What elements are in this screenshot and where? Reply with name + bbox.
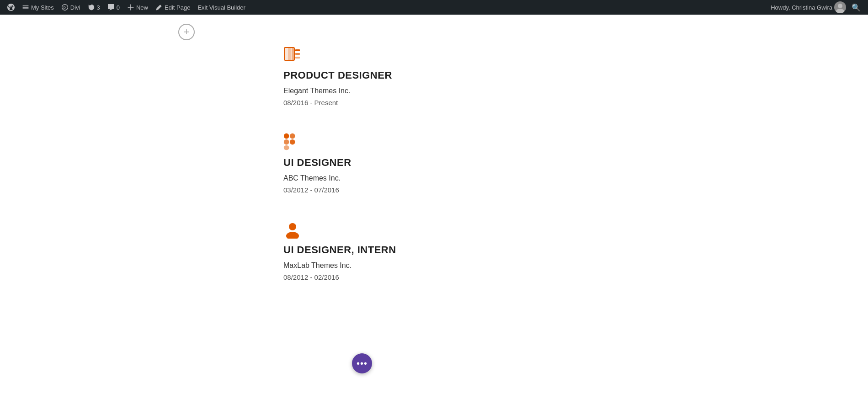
job-dates-3: 08/2012 - 02/2016	[283, 273, 339, 281]
svg-point-16	[289, 223, 296, 230]
job-entry-2: UI DESIGNER ABC Themes Inc. 03/2012 - 07…	[283, 133, 351, 208]
exit-visual-builder-menu[interactable]: Exit Visual Builder	[194, 0, 249, 15]
job-entry-1: PRODUCT DESIGNER Elegant Themes Inc. 08/…	[283, 46, 392, 120]
comments-menu[interactable]: 0	[104, 0, 123, 15]
add-content-button[interactable]: +	[178, 24, 195, 40]
job-title-2: UI DESIGNER	[283, 157, 351, 169]
svg-rect-7	[292, 48, 294, 60]
svg-rect-13	[284, 145, 289, 150]
divi-menu[interactable]: D Divi	[58, 0, 84, 15]
svg-point-3	[836, 9, 844, 13]
job-title-3: UI DESIGNER, INTERN	[283, 244, 396, 256]
job-entry-3: UI DESIGNER, INTERN MaxLab Themes Inc. 0…	[283, 220, 396, 295]
svg-point-17	[286, 232, 299, 239]
avatar	[834, 1, 846, 13]
job-company-3: MaxLab Themes Inc.	[283, 261, 351, 270]
exit-visual-builder-label: Exit Visual Builder	[197, 4, 245, 11]
dots-menu-button[interactable]: •••	[352, 353, 372, 373]
edit-page-menu[interactable]: Edit Page	[152, 0, 194, 15]
search-icon[interactable]: 🔍	[848, 3, 864, 12]
job-dates-2: 03/2012 - 07/2016	[283, 186, 339, 194]
updates-count: 3	[97, 4, 100, 11]
svg-rect-9	[295, 53, 300, 55]
palette-icon	[283, 46, 300, 62]
job-company-2: ABC Themes Inc.	[283, 174, 341, 182]
wp-logo[interactable]	[4, 0, 18, 15]
my-sites-menu[interactable]: My Sites	[18, 0, 58, 15]
figma-icon	[283, 133, 300, 149]
howdy-text: Howdy, Christina Gwira	[771, 4, 832, 11]
svg-rect-6	[288, 48, 291, 60]
svg-rect-14	[290, 133, 295, 139]
updates-menu[interactable]: 3	[84, 0, 104, 15]
job-dates-1: 08/2016 - Present	[283, 99, 338, 106]
job-title-1: PRODUCT DESIGNER	[283, 69, 392, 81]
svg-point-2	[838, 4, 842, 8]
svg-point-15	[290, 139, 295, 145]
svg-rect-11	[284, 133, 289, 139]
admin-bar: My Sites D Divi 3 0 New Edit Page	[0, 0, 868, 15]
new-label: New	[136, 4, 148, 11]
admin-bar-right: Howdy, Christina Gwira 🔍	[771, 1, 864, 13]
page-content: PRODUCT DESIGNER Elegant Themes Inc. 08/…	[0, 15, 868, 313]
svg-rect-8	[295, 49, 300, 51]
svg-rect-12	[284, 139, 289, 145]
divi-label: Divi	[70, 4, 80, 11]
new-menu[interactable]: New	[123, 0, 152, 15]
edit-page-label: Edit Page	[165, 4, 190, 11]
comments-count: 0	[117, 4, 120, 11]
svg-rect-10	[295, 57, 300, 59]
person-icon	[283, 220, 300, 237]
my-sites-label: My Sites	[31, 4, 54, 11]
svg-text:D: D	[64, 5, 66, 10]
job-company-1: Elegant Themes Inc.	[283, 87, 350, 95]
